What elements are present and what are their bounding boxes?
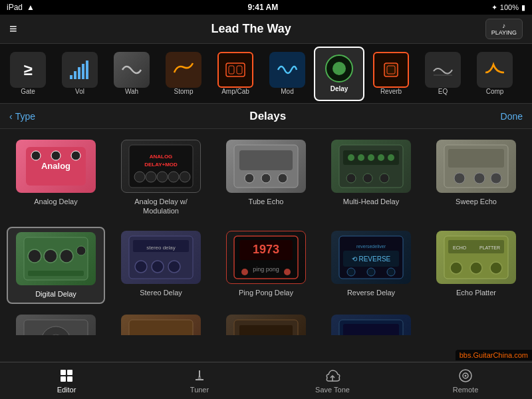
sweep-echo-thumb	[436, 140, 516, 193]
svg-point-53	[135, 261, 147, 273]
svg-point-104	[465, 375, 467, 377]
bottom-nav-remote[interactable]: Remote	[399, 368, 532, 394]
grid-item-row3d[interactable]	[322, 311, 420, 335]
svg-text:stereo delay: stereo delay	[146, 245, 176, 251]
svg-point-19	[134, 172, 145, 182]
effect-ampcab[interactable]: Amp/Cab	[210, 47, 261, 101]
time-display: 9:41 AM	[248, 3, 279, 12]
grid-item-digital-delay[interactable]: Digital Delay	[7, 227, 105, 304]
svg-rect-1	[74, 71, 76, 79]
analog-delay-thumb: Analog	[16, 140, 96, 193]
svg-text:⟲ REVERSE: ⟲ REVERSE	[352, 255, 391, 263]
music-icon: ♪	[502, 22, 505, 29]
svg-point-54	[152, 261, 164, 273]
svg-text:1973: 1973	[253, 243, 279, 256]
eq-icon	[431, 58, 455, 82]
effect-vol[interactable]: Vol	[55, 47, 105, 101]
grid-item-sweep-echo[interactable]: Sweep Echo	[427, 136, 525, 220]
stereo-delay-thumb: stereo delay	[121, 231, 201, 284]
battery-icon: ▮	[521, 3, 525, 12]
grid-item-row3c[interactable]	[217, 311, 315, 335]
svg-text:reversedeliver: reversedeliver	[356, 244, 386, 249]
svg-text:ECHO: ECHO	[453, 245, 467, 250]
svg-point-13	[31, 151, 41, 160]
playing-label: PLAYING	[491, 29, 517, 36]
bottom-nav: Editor Tuner Save Tone Remote	[0, 362, 532, 399]
chevron-left-icon: ‹	[9, 111, 13, 122]
playing-button[interactable]: ♪ PLAYING	[485, 19, 523, 39]
row3d-svg	[338, 319, 404, 335]
svg-rect-7	[237, 66, 242, 74]
grid-item-row3a[interactable]	[7, 311, 105, 335]
editor-icon	[59, 368, 74, 384]
effect-wah[interactable]: Wah	[106, 47, 157, 101]
svg-marker-100	[198, 373, 201, 380]
effect-stomp[interactable]: Stomp	[158, 47, 209, 101]
done-button[interactable]: Done	[501, 111, 523, 122]
bottom-nav-save-tone[interactable]: Save Tone	[266, 368, 399, 394]
delay-label: Delay	[331, 85, 348, 92]
battery-label: 100%	[500, 3, 519, 11]
vol-icon	[68, 58, 92, 82]
grid-item-analog-delay[interactable]: Analog Analog Delay	[7, 136, 105, 220]
hamburger-menu[interactable]: ≡	[9, 21, 17, 37]
grid-item-analog-delay-mod[interactable]: ANALOG DELAY+MOD Analog Delay w/ Modulat…	[112, 136, 210, 220]
back-button[interactable]: ‹ Type	[9, 111, 35, 122]
editor-label: Editor	[57, 386, 76, 394]
svg-rect-89	[343, 324, 399, 335]
effect-delay[interactable]: Delay	[314, 47, 364, 101]
status-bar: iPad ▲ 9:41 AM ✦ 100% ▮	[0, 0, 532, 15]
bottom-nav-tuner[interactable]: Tuner	[133, 368, 266, 394]
svg-point-15	[71, 151, 80, 160]
svg-point-23	[180, 172, 190, 182]
subheader: ‹ Type Delays Done	[0, 104, 532, 129]
svg-rect-2	[78, 67, 80, 79]
svg-rect-40	[448, 149, 504, 168]
svg-text:ping pong: ping pong	[253, 266, 279, 273]
svg-point-31	[348, 154, 354, 161]
tube-echo-name: Tube Echo	[249, 197, 284, 206]
svg-rect-84	[239, 325, 293, 335]
svg-point-43	[491, 173, 501, 184]
svg-rect-8	[384, 63, 398, 76]
stereo-delay-name: Stereo Delay	[140, 288, 182, 297]
row3b-svg	[128, 319, 194, 335]
ampcab-icon	[223, 58, 247, 82]
analog-delay-mod-thumb: ANALOG DELAY+MOD	[121, 140, 201, 193]
ping-pong-delay-svg: 1973 ping pong	[233, 235, 299, 280]
wifi-icon: ▲	[27, 3, 35, 12]
back-label: Type	[15, 111, 35, 122]
svg-point-26	[245, 174, 254, 183]
reverb-label: Reverb	[380, 88, 402, 95]
effect-reverb[interactable]: Reverb	[366, 47, 416, 101]
svg-point-61	[284, 269, 291, 275]
svg-rect-94	[61, 370, 66, 375]
grid-item-ping-pong-delay[interactable]: 1973 ping pong Ping Pong Delay	[217, 227, 315, 304]
grid-item-row3b[interactable]	[112, 311, 210, 335]
stomp-label: Stomp	[174, 88, 194, 95]
tuner-label: Tuner	[190, 386, 209, 394]
grid-item-multihead-delay[interactable]: Multi-Head Delay	[322, 136, 420, 220]
wah-label: Wah	[125, 88, 138, 95]
grid-item-stereo-delay[interactable]: stereo delay Stereo Delay	[112, 227, 210, 304]
effect-mod[interactable]: Mod	[262, 47, 313, 101]
row3b-thumb	[121, 315, 201, 335]
grid-item-reverse-delay[interactable]: reversedeliver ⟲ REVERSE Reverse Delay	[322, 227, 420, 304]
effects-strip: ≥ Gate Vol Wah Stomp	[0, 44, 532, 104]
remote-icon	[458, 368, 473, 384]
effect-gate[interactable]: ≥ Gate	[3, 47, 53, 101]
effect-eq[interactable]: EQ	[418, 47, 468, 101]
multihead-delay-thumb	[331, 140, 411, 193]
svg-point-48	[76, 246, 86, 255]
tube-echo-thumb	[226, 140, 306, 193]
svg-point-33	[368, 154, 374, 161]
tube-echo-svg	[233, 144, 299, 189]
grid-item-echo-platter[interactable]: ECHO PLATTER Echo Platter	[427, 227, 525, 304]
grid-item-tube-echo[interactable]: Tube Echo	[217, 136, 315, 220]
effect-comp[interactable]: Comp	[469, 47, 520, 101]
mod-icon	[275, 58, 299, 82]
reverse-delay-thumb: reversedeliver ⟲ REVERSE	[331, 231, 411, 284]
analog-delay-mod-name: Analog Delay w/ Modulation	[116, 197, 206, 216]
bottom-nav-editor[interactable]: Editor	[0, 368, 133, 394]
stereo-delay-svg: stereo delay	[128, 235, 194, 280]
